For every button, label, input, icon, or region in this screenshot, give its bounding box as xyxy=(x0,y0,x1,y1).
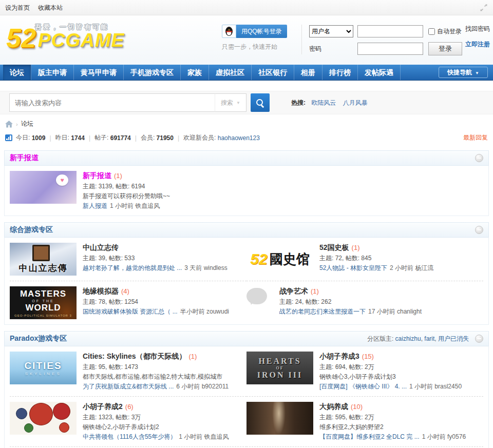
nav-item[interactable]: 社区银行 xyxy=(252,65,294,80)
forum-title-line: 大妈养成(10) xyxy=(319,402,478,412)
nav-item[interactable]: 论坛 xyxy=(3,65,31,80)
forum-icon[interactable] xyxy=(246,286,273,319)
login-id-type-select[interactable]: 用户名 xyxy=(309,25,353,37)
search-button[interactable] xyxy=(251,93,270,112)
forum-title-link[interactable]: 中山立志传 xyxy=(83,243,119,251)
forum-description: 新手报道可以获得积分赞助哦~~ xyxy=(83,192,241,201)
forum-title-link[interactable]: 地缘模拟器 xyxy=(83,287,119,295)
collapse-button[interactable] xyxy=(475,226,483,234)
login-area: 用QQ帐号登录 只需一步，快速开始 用户名 自动登录 密码 登录 xyxy=(222,25,490,60)
forum-title-link[interactable]: 小胡子养成3 xyxy=(319,352,359,360)
home-icon[interactable] xyxy=(5,121,13,128)
stat-today-value: 1009 xyxy=(32,134,46,142)
search-type-dropdown[interactable]: 搜索▼ xyxy=(215,93,246,112)
sections: 新手报道♥新手报道(1)主题: 3139, 帖数: 6194新手报道可以获得积分… xyxy=(4,150,489,448)
username-field[interactable] xyxy=(357,25,423,37)
forum-stats: 主题: 24, 帖数: 262 xyxy=(279,298,478,306)
lastpost-link[interactable]: 越对老孙了解，越觉的他就是到处 ... xyxy=(83,264,182,271)
qq-login-button[interactable]: 用QQ帐号登录 xyxy=(236,25,287,38)
moderator-link[interactable]: caizhizhu xyxy=(395,335,421,342)
forum-row: HEARTSOFIRON III小胡子养成3(15)主题: 694, 帖数: 2… xyxy=(246,346,483,397)
chevron-down-icon: ▼ xyxy=(236,101,240,105)
collapse-button[interactable] xyxy=(475,335,483,343)
lastpost-link[interactable]: 【百度网盘】维多利亚2 全DLC 完 ... xyxy=(319,433,420,440)
moderator-link[interactable]: 用户已消失 xyxy=(438,335,469,342)
minus-icon xyxy=(477,338,481,339)
breadcrumb-forum-link[interactable]: 论坛 xyxy=(21,120,33,128)
auto-login-checkbox[interactable] xyxy=(428,28,435,35)
find-password-link[interactable]: 找回密码 xyxy=(465,25,490,33)
lastpost-meta: 3 天前 windless xyxy=(184,264,227,271)
forum-image-text: 中山立志傳 xyxy=(19,262,68,274)
lastpost-link[interactable]: 国统游戏破解体验版 资源汇总（ ... xyxy=(83,308,178,315)
countryball-shape xyxy=(53,403,70,420)
forum-row: CITIESSKYLINESCities: Skylines（都市天际线）(1)… xyxy=(10,346,246,397)
section-title[interactable]: Paradox游戏专区 xyxy=(10,334,67,343)
forum-icon[interactable]: CITIESSKYLINES xyxy=(10,352,77,384)
forum-row: 小胡子养成2(6)主题: 1323, 帖数: 3万钢铁雄心2,小胡子养成计划2中… xyxy=(10,397,246,447)
stat-separator: | xyxy=(89,134,90,142)
nav-item[interactable]: 版主申请 xyxy=(31,65,74,80)
forum-title-link[interactable]: 新手报道 xyxy=(83,171,111,180)
quick-nav-button[interactable]: 快捷导航▼ xyxy=(439,67,488,78)
forum-new-count: (1) xyxy=(189,353,197,360)
forum-title-link[interactable]: 52国史板 xyxy=(319,243,349,251)
forum-title-link[interactable]: Cities: Skylines（都市天际线） xyxy=(83,352,186,360)
topbar: 设为首页 收藏本站 xyxy=(0,0,493,15)
latest-reply-link[interactable]: 最新回复 xyxy=(463,133,488,142)
set-homepage-link[interactable]: 设为首页 xyxy=(5,0,30,15)
nav-item[interactable]: 排行榜 xyxy=(323,65,358,80)
hot-search-link[interactable]: 八月风暴 xyxy=(343,99,368,106)
bookmark-site-link[interactable]: 收藏本站 xyxy=(38,0,63,15)
login-button[interactable]: 登录 xyxy=(428,42,462,55)
forum-icon[interactable]: 52國史馆 xyxy=(246,243,313,276)
forum-image-text: MASTERS xyxy=(20,289,66,299)
collapse-button[interactable] xyxy=(475,154,483,162)
forum-row: 大妈养成(10)主题: 595, 帖数: 2万维多利亚2,大妈的野望2【百度网盘… xyxy=(246,397,483,447)
nav-item[interactable]: 虚拟社区 xyxy=(209,65,252,80)
nav-item[interactable]: 手机游戏专区 xyxy=(124,65,181,80)
heart-bubble-icon: ♥ xyxy=(56,174,68,186)
lastpost-link[interactable]: 52人物誌 - 林影女皇陛下 xyxy=(319,264,387,271)
qq-login-hint: 只需一步，快速开始 xyxy=(222,43,294,51)
search-input[interactable] xyxy=(9,93,215,112)
forum-title-link[interactable]: 小胡子养成2 xyxy=(83,402,123,411)
forum-description: 钢铁雄心2,小胡子养成计划2 xyxy=(83,423,241,432)
forum-title-link[interactable]: 战争艺术 xyxy=(279,287,308,295)
newest-member-link[interactable]: haohaowen123 xyxy=(218,134,260,142)
register-link[interactable]: 立即注册 xyxy=(465,40,490,49)
password-field[interactable] xyxy=(357,43,423,55)
forum-icon[interactable]: 中山立志傳 xyxy=(10,243,77,276)
logo-pcgame: PCGAME xyxy=(38,30,124,51)
forum-icon[interactable]: MASTERSOF THEWORLDGEO-POLITICAL SIMULATO… xyxy=(10,286,77,319)
lastpost-link[interactable]: 新人报道 xyxy=(83,202,107,209)
forum-icon[interactable]: ♥ xyxy=(10,171,77,204)
forum-icon[interactable] xyxy=(10,402,77,435)
forum-icon[interactable]: HEARTSOFIRON III xyxy=(246,352,313,384)
forum-icon[interactable] xyxy=(246,402,313,435)
forum-title-link[interactable]: 大妈养成 xyxy=(319,402,348,411)
lastpost-meta: 1 小时前 铁血追风 xyxy=(110,202,160,209)
forum-row: 中山立志傳中山立志传主题: 39, 帖数: 533越对老孙了解，越觉的他就是到处… xyxy=(10,238,246,281)
nav-item[interactable]: 黄马甲申请 xyxy=(74,65,124,80)
forum-image-text: HEARTS xyxy=(258,357,301,366)
forum-section: 综合游戏专区中山立志傳中山立志传主题: 39, 帖数: 533越对老孙了解，越觉… xyxy=(4,222,489,325)
nav-item[interactable]: 家族 xyxy=(181,65,209,80)
lastpost-link[interactable]: 为了庆祝新版成立&都市天际线 ... xyxy=(83,383,174,390)
lastpost-link[interactable]: 中共将领包（1116人含55年少将） xyxy=(83,433,176,440)
forum-image-text: SKYLINES xyxy=(25,372,61,376)
forum-info: 地缘模拟器(4)主题: 78, 帖数: 1254国统游戏破解体验版 资源汇总（ … xyxy=(83,286,241,319)
lastpost-link[interactable]: 战艺的老同志们来这里报道一下 xyxy=(279,308,366,315)
widescreen-toggle-icon[interactable] xyxy=(480,4,488,11)
forum-lastpost: 52人物誌 - 林影女皇陛下2 小时前 杨江流 xyxy=(319,264,478,272)
forum-row: 战争艺术(1)主题: 24, 帖数: 262战艺的老同志们来这里报道一下17 小… xyxy=(246,281,483,324)
forum-stats: 主题: 72, 帖数: 845 xyxy=(319,254,478,263)
forum-lastpost: 越对老孙了解，越觉的他就是到处 ...3 天前 windless xyxy=(83,264,241,272)
lastpost-link[interactable]: [百度网盘] 《钢铁雄心 III》 4. ... xyxy=(319,383,407,390)
hot-search-link[interactable]: 欧陆风云 xyxy=(311,99,336,106)
section-title[interactable]: 综合游戏专区 xyxy=(10,225,53,235)
nav-item[interactable]: 相册 xyxy=(294,65,323,80)
section-title[interactable]: 新手报道 xyxy=(10,153,39,163)
nav-item[interactable]: 发帖际遇 xyxy=(358,65,401,80)
moderator-link[interactable]: farit xyxy=(424,335,434,342)
